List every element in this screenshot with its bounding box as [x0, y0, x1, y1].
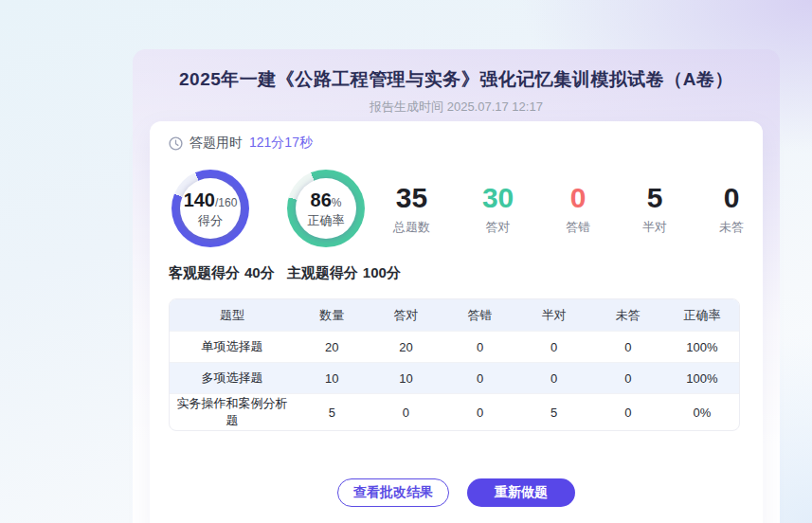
stat-unanswered-label: 未答 [719, 221, 744, 233]
result-card: 答题用时 121分17秒 140/160 得分 86% 正确率 [150, 121, 763, 523]
col-count: 数量 [295, 299, 369, 332]
objective-score: 客观题得分40分 [169, 264, 275, 280]
view-review-result-button[interactable]: 查看批改结果 [337, 478, 449, 507]
stat-correct-value: 30 [482, 184, 514, 212]
page-title: 2025年一建《公路工程管理与实务》强化记忆集训模拟试卷（A卷） [133, 67, 780, 92]
score-gauge-label: 得分 [198, 214, 223, 226]
col-correct: 答对 [369, 299, 442, 332]
accuracy-gauge: 86% 正确率 [287, 170, 365, 247]
col-accuracy: 正确率 [665, 299, 739, 332]
stat-half-correct: 5 半对 [642, 184, 667, 233]
stat-unanswered-value: 0 [719, 184, 744, 212]
subjective-score: 主观题得分100分 [287, 264, 401, 280]
table-row: 多项选择题 10 10 0 0 0 100% [170, 363, 739, 394]
accuracy-value: 86 [311, 189, 332, 210]
stat-total-label: 总题数 [393, 221, 430, 233]
col-half: 半对 [517, 299, 591, 332]
stat-total-value: 35 [393, 184, 430, 212]
redo-exam-button[interactable]: 重新做题 [467, 478, 575, 507]
stat-unanswered: 0 未答 [719, 184, 744, 233]
stat-correct: 30 答对 [482, 184, 514, 233]
accuracy-gauge-label: 正确率 [308, 214, 345, 226]
stat-correct-label: 答对 [482, 221, 514, 233]
score-gauge: 140/160 得分 [171, 170, 249, 247]
col-question-type: 题型 [170, 299, 295, 332]
stat-total: 35 总题数 [393, 184, 430, 233]
overview-row: 140/160 得分 86% 正确率 35 总题数 [169, 169, 744, 248]
table-row: 实务操作和案例分析题 5 0 0 5 0 0% [170, 394, 739, 431]
col-unanswered: 未答 [591, 299, 665, 332]
report-header: 2025年一建《公路工程管理与实务》强化记忆集训模拟试卷（A卷） 报告生成时间 … [133, 49, 780, 116]
table-row: 单项选择题 20 20 0 0 0 100% [170, 332, 739, 363]
duration-row: 答题用时 121分17秒 [169, 134, 744, 153]
clock-icon [169, 136, 183, 151]
col-wrong: 答错 [442, 299, 516, 332]
stat-half-correct-value: 5 [642, 184, 667, 212]
score-summary: 客观题得分40分 主观题得分100分 [169, 265, 744, 280]
duration-label: 答题用时 [189, 135, 243, 152]
score-report-page: 2025年一建《公路工程管理与实务》强化记忆集训模拟试卷（A卷） 报告生成时间 … [0, 0, 812, 523]
actions-row: 查看批改结果 重新做题 [169, 478, 744, 507]
score-value: 140 [184, 189, 215, 210]
stat-half-correct-label: 半对 [642, 221, 667, 233]
report-generated-time: 报告生成时间 2025.07.17 12:17 [133, 99, 780, 116]
stat-wrong-label: 答错 [566, 221, 590, 233]
duration-value: 121分17秒 [249, 135, 313, 152]
score-total: /160 [215, 196, 237, 209]
accuracy-unit: % [332, 196, 342, 209]
table-header-row: 题型 数量 答对 答错 半对 未答 正确率 [170, 299, 739, 332]
stat-wrong-value: 0 [566, 184, 590, 212]
question-type-table: 题型 数量 答对 答错 半对 未答 正确率 单项选择题 20 20 0 [169, 298, 740, 431]
stat-wrong: 0 答错 [566, 184, 590, 233]
stats-row: 35 总题数 30 答对 0 答错 5 半对 0 未答 [393, 184, 744, 233]
